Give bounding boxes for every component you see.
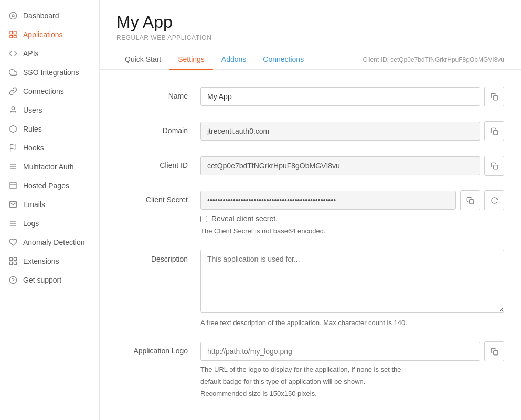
client-id-label: Client ID: [116, 156, 200, 169]
emails-icon: [8, 200, 18, 209]
sidebar-item-extensions[interactable]: Extensions: [0, 252, 99, 271]
app-logo-row: Application Logo The URL of the logo to …: [116, 341, 504, 397]
name-row: Name: [116, 87, 504, 106]
main-content: My App REGULAR WEB APPLICATION Quick Sta…: [100, 0, 521, 420]
client-secret-input-row: [200, 190, 504, 210]
app-header: My App REGULAR WEB APPLICATION Quick Sta…: [100, 0, 521, 70]
sidebar-item-multifactor-auth[interactable]: Multifactor Auth: [0, 157, 99, 176]
sidebar-item-get-support[interactable]: Get support: [0, 271, 99, 289]
get-support-icon: [8, 275, 18, 285]
tab-connections[interactable]: Connections: [254, 50, 312, 70]
sidebar-item-anomaly-detection[interactable]: Anomaly Detection: [0, 233, 99, 252]
client-id-control: [200, 156, 504, 176]
domain-label: Domain: [116, 121, 200, 135]
apis-icon: [8, 49, 18, 58]
sidebar-item-rules[interactable]: Rules: [0, 120, 99, 138]
description-label: Description: [116, 250, 200, 263]
sidebar-label-hosted-pages: Hosted Pages: [23, 181, 69, 190]
tab-addons[interactable]: Addons: [213, 50, 254, 70]
app-logo-hint3: Recommended size is 150x150 pixels.: [200, 390, 504, 397]
sidebar: Dashboard Applications APIs SSO Integrat…: [0, 0, 100, 420]
domain-input-row: [200, 121, 504, 141]
tab-settings[interactable]: Settings: [169, 50, 213, 70]
sidebar-item-sso-integrations[interactable]: SSO Integrations: [0, 63, 99, 82]
svg-rect-3: [14, 31, 16, 34]
app-type-badge: REGULAR WEB APPLICATION: [116, 34, 504, 41]
tabs-bar: Quick StartSettingsAddonsConnections Cli…: [116, 50, 504, 69]
client-secret-label: Client Secret: [116, 190, 200, 204]
domain-input: [200, 122, 480, 141]
reveal-checkbox-row: Reveal client secret.: [200, 214, 504, 223]
svg-rect-4: [10, 35, 13, 38]
sidebar-label-extensions: Extensions: [23, 257, 59, 265]
connections-icon: [8, 87, 18, 96]
domain-row: Domain: [116, 121, 504, 141]
multifactor-auth-icon: [8, 162, 18, 171]
sidebar-label-multifactor-auth: Multifactor Auth: [23, 163, 74, 171]
sidebar-item-users[interactable]: Users: [0, 101, 99, 120]
rules-icon: [8, 124, 18, 134]
client-secret-row: Client Secret: [116, 190, 504, 235]
sidebar-item-connections[interactable]: Connections: [0, 82, 99, 101]
logs-icon: [8, 219, 18, 228]
dashboard-icon: [8, 11, 18, 20]
client-id-header: Client ID: cetQp0e7bdTfNGrkrHpuF8gObMGVI…: [363, 51, 504, 69]
sidebar-label-hooks: Hooks: [23, 144, 44, 152]
client-id-header-label: Client ID:: [363, 56, 389, 63]
description-hint: A free text description of the applicati…: [200, 319, 504, 327]
sidebar-item-emails[interactable]: Emails: [0, 195, 99, 214]
app-logo-input-row: [200, 341, 504, 361]
sidebar-label-get-support: Get support: [23, 276, 61, 284]
description-row: Description A free text description of t…: [116, 250, 504, 327]
name-copy-button[interactable]: [484, 87, 504, 106]
description-textarea[interactable]: [200, 250, 504, 313]
name-input-row: [200, 87, 504, 106]
svg-point-1: [12, 15, 14, 17]
reveal-secret-label[interactable]: Reveal client secret.: [211, 214, 278, 223]
svg-rect-11: [10, 182, 16, 189]
client-secret-rotate-button[interactable]: [484, 190, 504, 210]
app-title: My App: [116, 13, 504, 32]
name-input[interactable]: [200, 87, 480, 106]
sidebar-label-apis: APIs: [23, 49, 39, 58]
sidebar-label-logs: Logs: [23, 219, 39, 228]
svg-rect-23: [493, 165, 497, 169]
client-secret-input: [200, 191, 456, 210]
svg-rect-5: [14, 35, 16, 38]
client-id-row: Client ID: [116, 156, 504, 176]
sidebar-label-rules: Rules: [23, 125, 42, 133]
sidebar-item-hosted-pages[interactable]: Hosted Pages: [0, 176, 99, 195]
hosted-pages-icon: [8, 181, 18, 190]
app-logo-label: Application Logo: [116, 341, 200, 355]
app-logo-hint2: default badge for this type of applicati…: [200, 378, 504, 385]
sidebar-label-users: Users: [23, 106, 42, 114]
sidebar-item-logs[interactable]: Logs: [0, 214, 99, 233]
client-id-copy-button[interactable]: [484, 156, 504, 176]
sidebar-item-hooks[interactable]: Hooks: [0, 138, 99, 157]
domain-control: [200, 121, 504, 141]
svg-rect-16: [14, 257, 16, 260]
users-icon: [8, 105, 18, 115]
reveal-secret-checkbox[interactable]: [200, 216, 207, 222]
app-logo-input[interactable]: [200, 342, 480, 361]
client-id-input-row: [200, 156, 504, 176]
sidebar-label-connections: Connections: [23, 87, 64, 95]
anomaly-detection-icon: [8, 238, 18, 247]
svg-rect-15: [9, 257, 12, 260]
domain-copy-button[interactable]: [484, 121, 504, 141]
sidebar-item-dashboard[interactable]: Dashboard: [0, 6, 99, 25]
svg-rect-17: [9, 262, 12, 264]
applications-icon: [8, 30, 18, 39]
hooks-icon: [8, 143, 18, 153]
svg-point-6: [12, 107, 14, 110]
name-label: Name: [116, 87, 200, 100]
sidebar-label-anomaly-detection: Anomaly Detection: [23, 238, 85, 246]
sidebar-item-applications[interactable]: Applications: [0, 25, 99, 44]
svg-rect-25: [493, 350, 497, 354]
client-secret-copy-button[interactable]: [460, 190, 480, 210]
sidebar-label-applications: Applications: [23, 30, 63, 39]
sidebar-label-dashboard: Dashboard: [23, 12, 59, 20]
tab-quick-start[interactable]: Quick Start: [116, 50, 169, 70]
sidebar-item-apis[interactable]: APIs: [0, 44, 99, 63]
app-logo-copy-button[interactable]: [484, 341, 504, 361]
